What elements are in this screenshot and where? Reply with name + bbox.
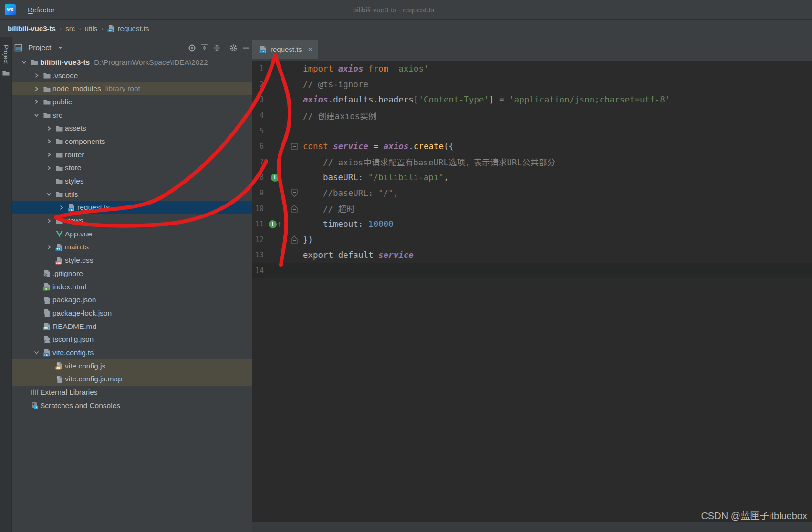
code-line-3[interactable]: 3axios.defaults.headers['Content-Type'] … [252, 92, 812, 108]
project-tree: bilibili-vue3-tsD:\ProgramWorkSpace\IDEA… [12, 56, 252, 412]
editor-tab-title: request.ts [271, 45, 302, 53]
webstorm-logo-icon: WS [5, 4, 16, 15]
tree-item-label: utils [65, 190, 78, 199]
tree-item-assets[interactable]: assets [12, 122, 252, 135]
breadcrumb: bilibili-vue3-ts›src›utils›TSrequest.ts [0, 20, 812, 37]
code-line-9[interactable]: 9//baseURL: "/", [252, 185, 812, 201]
folder-icon[interactable] [2, 69, 10, 77]
gutter-info-icon[interactable]: I [264, 174, 286, 182]
breadcrumb-item-bilibili-vue3-ts[interactable]: bilibili-vue3-ts [8, 24, 56, 32]
tree-item-vite-config-js[interactable]: JS×vite.config.js [12, 359, 252, 373]
svg-text:CSS: CSS [56, 261, 61, 264]
tree-item-App-vue[interactable]: App.vue [12, 227, 252, 241]
tree-item-components[interactable]: components [12, 135, 252, 148]
code-line-7[interactable]: 7// axios中请求配置有baseURL选项，表示请求URL公共部分 [252, 154, 812, 170]
code-area[interactable]: 1import axios from 'axios'2// @ts-ignore… [252, 61, 812, 278]
code-line-1[interactable]: 1import axios from 'axios' [252, 61, 812, 77]
code-line-8[interactable]: 8IbaseURL: "/bilibili-api", [252, 170, 812, 185]
tree-item-store[interactable]: store [12, 162, 252, 175]
tree-item-README-md[interactable]: MDREADME.md [12, 320, 252, 333]
chevron-right-icon[interactable] [43, 138, 54, 144]
chevron-right-icon[interactable] [31, 99, 42, 105]
tree-item-package-json[interactable]: { }package.json [12, 293, 252, 307]
editor-tab-request-ts[interactable]: TS request.ts × [252, 40, 318, 59]
code-text: import axios from 'axios' [303, 64, 428, 73]
fold-marker-icon[interactable] [286, 205, 303, 213]
tree-item-styles[interactable]: styles [12, 174, 252, 188]
tree-item-package-lock-json[interactable]: { }package-lock.json [12, 307, 252, 320]
tree-item-main-ts[interactable]: TSmain.ts [12, 241, 252, 254]
code-line-5[interactable]: 5 [252, 123, 812, 139]
chevron-right-icon[interactable] [43, 244, 54, 250]
settings-button[interactable] [227, 42, 239, 53]
folder-icon [42, 98, 52, 106]
chevron-right-icon[interactable] [43, 165, 54, 171]
project-panel-title[interactable]: Project [28, 43, 51, 52]
tree-item-utils[interactable]: utils [12, 188, 252, 201]
code-line-14[interactable]: 14 [252, 263, 812, 279]
chevron-right-icon[interactable] [31, 72, 42, 79]
code-line-6[interactable]: 6const service = axios.create({ [252, 139, 812, 154]
svg-text:TS: TS [260, 50, 264, 53]
fold-marker-icon[interactable] [286, 143, 303, 150]
breadcrumb-item-src[interactable]: src [65, 24, 75, 32]
code-line-4[interactable]: 4// 创建axios实例 [252, 108, 812, 123]
chevron-down-icon[interactable] [19, 59, 29, 65]
gutter-info-icon[interactable]: I↑ [264, 220, 286, 228]
code-line-12[interactable]: 12}) [252, 232, 812, 248]
chevron-down-icon[interactable] [31, 349, 42, 356]
code-line-11[interactable]: 11I↑timeout: 10000 [252, 216, 812, 232]
editor-area: TS request.ts × 1import axios from 'axio… [252, 37, 812, 532]
menu-refactor[interactable]: Refactor [22, 0, 61, 19]
collapse-all-button[interactable] [210, 42, 223, 53]
expand-all-button[interactable] [198, 42, 210, 53]
tree-item-tsconfig-json[interactable]: { }tsconfig.json [12, 333, 252, 346]
fold-marker-icon[interactable] [286, 235, 303, 244]
tree-item-bilibili-vue3-ts[interactable]: bilibili-vue3-tsD:\ProgramWorkSpace\IDEA… [12, 56, 252, 69]
folder-icon [54, 151, 65, 159]
chevron-right-icon[interactable] [43, 125, 54, 132]
chevron-right-icon[interactable] [43, 218, 54, 224]
fold-marker-icon[interactable] [286, 189, 303, 197]
close-tab-icon[interactable]: × [308, 45, 312, 53]
code-text: export default service [303, 250, 414, 260]
chevron-right-icon[interactable] [56, 205, 66, 211]
line-number: 5 [252, 127, 264, 135]
tree-item--gitignore[interactable]: .gitignore [12, 267, 252, 280]
code-text: const service = axios.create({ [303, 142, 454, 151]
tool-stripe-project-label[interactable]: Project [2, 45, 10, 64]
breadcrumb-separator: › [101, 25, 103, 32]
bottom-strip [252, 522, 812, 532]
tree-item-index-html[interactable]: Hindex.html [12, 280, 252, 294]
tree-item-Scratches-and-Consoles[interactable]: >Scratches and Consoles [12, 399, 252, 412]
locate-button[interactable] [186, 42, 198, 53]
hide-button[interactable] [239, 42, 252, 53]
tree-item-node_modules[interactable]: node_moduleslibrary root [12, 82, 252, 95]
chevron-down-icon[interactable] [54, 42, 66, 53]
panel-header-actions [186, 40, 252, 55]
chevron-down-icon[interactable] [31, 112, 42, 118]
chevron-right-icon[interactable] [43, 152, 54, 158]
git-icon [42, 269, 52, 277]
project-panel: Project bilibili-vue3-tsD:\ProgramWorkSp… [12, 37, 252, 532]
tree-item-router[interactable]: router [12, 148, 252, 162]
tree-item-style-css[interactable]: CSSstyle.css [12, 254, 252, 267]
breadcrumb-item-request-ts[interactable]: TSrequest.ts [107, 24, 149, 32]
tree-item-External-Libraries[interactable]: External Libraries [12, 386, 252, 399]
toolbar-divider [225, 43, 225, 52]
tree-item-public[interactable]: public [12, 95, 252, 109]
tree-item-label: router [65, 151, 84, 159]
chevron-down-icon[interactable] [43, 191, 54, 197]
tree-item-src[interactable]: src [12, 109, 252, 122]
tree-item-request-ts[interactable]: TSrequest.ts [12, 201, 252, 215]
code-line-13[interactable]: 13export default service [252, 247, 812, 263]
tree-item-vite-config-js-map[interactable]: { }×vite.config.js.map [12, 373, 252, 386]
code-text: baseURL: "/bilibili-api", [303, 173, 448, 182]
tree-item--vscode[interactable]: .vscode [12, 69, 252, 82]
code-line-10[interactable]: 10// 超时 [252, 201, 812, 216]
chevron-right-icon[interactable] [31, 86, 42, 92]
code-line-2[interactable]: 2// @ts-ignore [252, 77, 812, 92]
tree-item-vite-config-ts[interactable]: TSvite.config.ts [12, 346, 252, 359]
tree-item-views[interactable]: views [12, 214, 252, 227]
breadcrumb-item-utils[interactable]: utils [85, 24, 98, 32]
